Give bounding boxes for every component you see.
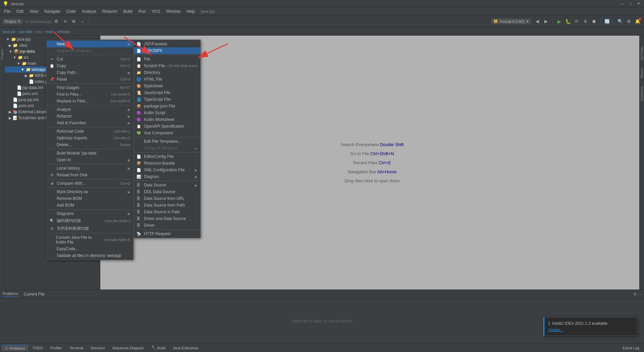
new-kotlin-script[interactable]: 🟣 Kotlin Script	[134, 109, 200, 116]
ctx-compare-with[interactable]: ⊕ Compare With... Ctrl+D	[47, 180, 133, 187]
new-datasource-path[interactable]: 🗄 Data Source from Path	[134, 202, 200, 209]
menu-view[interactable]: View	[27, 8, 41, 14]
tab-services[interactable]: Services	[87, 345, 108, 351]
current-file-tab-label[interactable]: Current File	[23, 292, 45, 297]
minimize-button[interactable]: —	[619, 2, 625, 6]
run-config-selector[interactable]: 🐱 Tomcat 9.0.462 ▼	[491, 18, 531, 24]
menu-vcs[interactable]: VCS	[149, 8, 163, 14]
new-kotlin-worksheet[interactable]: 🟣 Kotlin Worksheet	[134, 116, 200, 123]
search-everywhere-button[interactable]: 🔍	[616, 18, 624, 25]
ctx-convert-kotlin[interactable]: Convert Java File to Kotlin File Ctrl+Al…	[47, 234, 133, 246]
ctx-reload[interactable]: ⟳ Reload from Disk	[47, 172, 133, 178]
ctx-refactor[interactable]: Refactor ▶	[47, 113, 133, 120]
ctx-paste[interactable]: 📌 Paste Ctrl+V	[47, 76, 133, 83]
stop-button[interactable]: ⏸	[582, 18, 589, 25]
settings-button[interactable]: ⚙	[625, 18, 633, 25]
ctx-find-in-files[interactable]: Find in Files... Ctrl+Shift+F	[47, 91, 133, 98]
new-datasource-url[interactable]: 🗄 Data Source from URL	[134, 195, 200, 202]
new-ts[interactable]: 📘 TypeScript File	[134, 96, 200, 103]
ctx-mark-dir[interactable]: Mark Directory as ▶	[47, 188, 133, 195]
new-driver-datasource[interactable]: 🗄 Driver and Data Source	[134, 215, 200, 222]
new-stylesheet[interactable]: 🎨 Stylesheet	[134, 83, 200, 89]
menu-code[interactable]: Code	[63, 8, 78, 14]
ctx-copy[interactable]: 📋 Copy Ctrl+C	[47, 62, 133, 69]
run-button[interactable]: ▶	[555, 18, 563, 25]
new-html[interactable]: 🌐 HTML File	[134, 76, 200, 83]
toolbar-config-icon[interactable]: ⚙	[70, 18, 77, 25]
breadcrumb-part-1[interactable]: java-jsp	[3, 30, 15, 34]
new-js[interactable]: 📜 JavaScript File	[134, 89, 200, 96]
breadcrumb-part-2[interactable]: jsp-data	[19, 30, 33, 34]
ctx-real-time[interactable]: ⊙ 关闭实时检测功能	[47, 225, 133, 232]
side-label-database[interactable]: Database	[639, 86, 644, 101]
menu-navigate[interactable]: Navigate	[42, 8, 63, 14]
coverage-button[interactable]: ⟳	[573, 18, 580, 25]
breadcrumb-part-3[interactable]: src	[36, 30, 41, 34]
new-package-json[interactable]: 📦 package.json File	[134, 103, 200, 109]
ctx-optimize-imports[interactable]: Optimize Imports Ctrl+Alt+O	[47, 135, 133, 141]
ctx-diagrams[interactable]: Diagrams ▶	[47, 210, 133, 217]
new-datasource-in-path[interactable]: 🗄 Data Source in Path	[134, 209, 200, 215]
ctx-local-history[interactable]: Local History ▶	[47, 165, 133, 172]
tab-profiler[interactable]: Profiler	[47, 345, 65, 351]
new-editorconfig[interactable]: 📄 EditorConfig File	[134, 153, 200, 160]
ctx-code-scan[interactable]: 🔍 编码规约扫描 Ctrl+Alt+Shift+J	[47, 217, 133, 225]
tab-problems[interactable]: ⚠ Problems	[1, 345, 28, 351]
ctx-find-usages[interactable]: Find Usages Alt+F7	[47, 84, 133, 91]
ctx-open-in[interactable]: Open In ▶	[47, 157, 133, 163]
problems-minimize-icon[interactable]: –	[639, 292, 641, 297]
new-vue[interactable]: 💚 Vue Component	[134, 130, 200, 136]
toolbar-list-icon[interactable]: ≡	[61, 18, 69, 25]
menu-run[interactable]: Run	[136, 8, 149, 14]
back-button[interactable]: ◀	[534, 18, 541, 25]
translate-icon[interactable]: 🔄	[603, 18, 611, 25]
project-tab-label[interactable]: Project	[0, 49, 4, 59]
tab-sequence[interactable]: Sequence Diagram	[109, 345, 147, 351]
notification-button[interactable]: 🔔	[634, 18, 641, 25]
new-swing-ui[interactable]: Swing UI Designer ▶	[134, 145, 200, 151]
breadcrumb-part-4[interactable]: main	[45, 30, 53, 34]
ctx-reformat[interactable]: Reformat Code Ctrl+Alt+L	[47, 128, 133, 135]
new-diagram[interactable]: 📊 Diagram ▶	[134, 173, 200, 180]
side-label-maven[interactable]: Maven	[639, 68, 644, 79]
new-scratch[interactable]: 📋 Scratch File Ctrl+Alt+Shift+Insert	[134, 62, 200, 69]
ctx-delete[interactable]: Delete... Delete	[47, 141, 133, 148]
new-edit-file-templates[interactable]: Edit File Templates...	[134, 138, 200, 145]
ctx-validate[interactable]: Validate all files in directory 'webapp'	[47, 252, 133, 259]
ctx-copy-path[interactable]: Copy Path... ▶	[47, 69, 133, 76]
event-log-tab[interactable]: Event Log	[619, 345, 643, 351]
ctx-remove-bom[interactable]: Remove BOM	[47, 195, 133, 202]
tab-build[interactable]: 🔨 Build	[148, 345, 169, 351]
new-openapi[interactable]: 📋 OpenAPI Specification	[134, 123, 200, 130]
new-http-request[interactable]: 📡 HTTP Request	[134, 230, 200, 237]
menu-help[interactable]: Help	[184, 8, 198, 14]
forward-button[interactable]: ▶	[542, 18, 550, 25]
tab-terminal[interactable]: Terminal	[66, 345, 87, 351]
new-file[interactable]: 📄 File	[134, 56, 200, 62]
new-resource-bundle[interactable]: 📦 Resource Bundle	[134, 160, 200, 167]
ctx-add-favorites[interactable]: Add to Favorites ▶	[47, 120, 133, 126]
project-dropdown[interactable]: Project ▼	[3, 19, 22, 24]
close-button[interactable]: ✕	[636, 1, 641, 6]
breadcrumb-part-5[interactable]: webapp	[57, 30, 70, 34]
notification-update-link[interactable]: Update...	[548, 328, 564, 332]
menu-file[interactable]: File	[1, 8, 13, 14]
ctx-new[interactable]: New ▶	[47, 41, 133, 47]
new-ddl-datasource[interactable]: 🗄 DDL Data Source	[134, 188, 200, 195]
problems-settings-icon[interactable]: ⚙	[633, 292, 637, 297]
menu-build[interactable]: Build	[121, 8, 135, 14]
toolbar-minus-icon[interactable]: –	[79, 18, 86, 25]
tab-java-enterprise[interactable]: Java Enterprise	[169, 345, 202, 351]
tab-todo[interactable]: TODO	[29, 345, 46, 351]
ctx-build-module[interactable]: Build Module 'jsp-data'	[47, 150, 133, 157]
stop2-button[interactable]: ⏹	[590, 18, 598, 25]
menu-window[interactable]: Window	[163, 8, 183, 14]
menu-edit[interactable]: Edit	[14, 8, 26, 14]
new-xml-config[interactable]: 📄 XML Configuration File ▶	[134, 167, 200, 173]
debug-button[interactable]: 🐛	[564, 18, 572, 25]
ctx-analyze[interactable]: Analyze ▶	[47, 106, 133, 113]
menu-analyze[interactable]: Analyze	[79, 8, 99, 14]
ctx-cut[interactable]: ✂ Cut Ctrl+X	[47, 56, 133, 62]
toolbar-settings-icon[interactable]: ⚙	[53, 18, 60, 25]
side-label-alxcoder[interactable]: AlxCoder	[639, 46, 644, 61]
